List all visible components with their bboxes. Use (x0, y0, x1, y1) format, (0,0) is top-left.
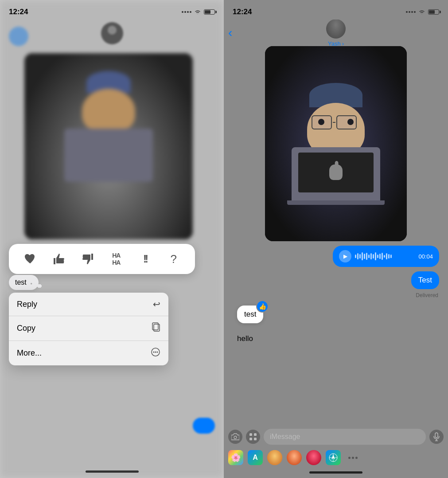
reaction-thumbsdown[interactable] (77, 248, 98, 270)
right-status-icons (406, 9, 439, 15)
right-home-indicator (309, 471, 362, 474)
haha-text: HAHA (112, 252, 120, 266)
input-placeholder: iMessage (270, 433, 300, 441)
memoji-background (265, 46, 407, 241)
left-status-icons (182, 9, 215, 15)
left-contact-avatar-blur (101, 22, 123, 44)
reply-icon: ↩ (153, 299, 160, 310)
svg-point-5 (157, 352, 158, 353)
app-strip: 🌸 A (224, 447, 448, 468)
audio-duration: 00:04 (418, 253, 433, 260)
camera-button[interactable] (228, 430, 242, 444)
test-bubble-text: test (15, 278, 27, 286)
context-menu: Reply ↩ Copy More... (9, 293, 168, 365)
more-dots (348, 457, 358, 459)
left-status-bar: 12:24 (0, 0, 224, 20)
left-glass (312, 115, 332, 129)
app-icon-more[interactable] (345, 450, 360, 465)
svg-point-6 (234, 436, 237, 439)
more-icon (151, 347, 160, 359)
reaction-question[interactable]: ? (163, 248, 184, 270)
right-time: 12:24 (233, 8, 252, 16)
reaction-thumbsup[interactable] (48, 248, 70, 270)
left-home-indicator (86, 470, 139, 473)
contact-avatar (326, 19, 346, 39)
left-main-image-inner (24, 53, 193, 239)
right-glass (336, 115, 357, 129)
context-menu-reply[interactable]: Reply ↩ (9, 293, 168, 316)
app-icon-memoji2[interactable] (287, 450, 302, 465)
memoji-glasses (312, 115, 360, 129)
audio-input-button[interactable] (429, 430, 444, 444)
contact-header[interactable]: Yash › (326, 19, 346, 47)
test-bubble-left: test ● (9, 275, 39, 290)
svg-rect-11 (435, 433, 438, 438)
test-bubble-with-reaction: test 👍 (237, 306, 263, 323)
hello-message: hello (237, 334, 253, 343)
test-bubble-right: Test (411, 271, 439, 289)
left-avatar-blur (9, 27, 28, 46)
right-battery-icon (428, 9, 439, 15)
apps-button[interactable] (246, 430, 260, 444)
svg-point-3 (153, 352, 155, 353)
more-label: More... (17, 349, 42, 358)
context-menu-copy[interactable]: Copy (9, 316, 168, 341)
audio-waveform (355, 252, 415, 261)
app-icon-photos[interactable]: 🌸 (228, 450, 243, 465)
laptop-screen (298, 153, 374, 192)
glass-bridge (333, 122, 335, 123)
right-nav-bar: ‹ Yash › (224, 20, 448, 46)
right-wifi-icon (418, 9, 425, 15)
svg-rect-10 (254, 438, 257, 440)
audio-bubble[interactable]: ▶ 00:04 (333, 246, 439, 267)
copy-label: Copy (17, 324, 35, 333)
right-signal-icon (406, 11, 416, 13)
svg-point-4 (155, 352, 156, 353)
reaction-exclaim[interactable]: !! (134, 248, 156, 270)
app-icon-safari[interactable] (326, 450, 341, 465)
reaction-bubble-text: test (244, 310, 256, 318)
avatar-inner (326, 19, 346, 39)
svg-rect-9 (249, 438, 252, 440)
apple-logo (329, 165, 343, 180)
reply-label: Reply (17, 300, 37, 309)
question-text: ? (170, 252, 176, 266)
app-icon-memoji1[interactable] (267, 450, 282, 465)
svg-rect-7 (249, 433, 252, 436)
chat-area: ▶ 00:04 (224, 46, 448, 426)
back-chevron: ‹ (228, 26, 232, 40)
input-bar: iMessage (224, 426, 448, 447)
app-icon-memoji3[interactable] (306, 450, 321, 465)
reaction-haha[interactable]: HAHA (105, 248, 127, 270)
context-menu-more[interactable]: More... (9, 341, 168, 365)
copy-icon (152, 322, 160, 334)
signal-icon (182, 11, 191, 13)
reaction-picker[interactable]: HAHA !! ? (9, 244, 195, 274)
laptop-base (287, 200, 385, 205)
memoji-laptop (292, 147, 380, 200)
exclaim-text: !! (143, 253, 147, 265)
wifi-icon (194, 9, 201, 15)
like-emoji: 👍 (259, 303, 266, 310)
test-text-right: Test (418, 276, 432, 284)
left-panel: 12:24 (0, 0, 224, 478)
play-button[interactable]: ▶ (339, 250, 351, 263)
svg-rect-8 (254, 433, 257, 436)
reaction-heart[interactable] (19, 248, 41, 270)
bubble-tail-dot: ● (30, 282, 32, 286)
right-panel: 12:24 ‹ Yash › (224, 0, 448, 478)
like-reaction-badge: 👍 (256, 300, 269, 313)
left-time: 12:24 (9, 8, 28, 16)
back-button[interactable]: ‹ (228, 26, 232, 40)
battery-icon (204, 9, 215, 15)
app-icon-appstore[interactable]: A (248, 450, 263, 465)
delivered-label: Delivered (416, 292, 438, 298)
left-blue-bubble-blur (193, 418, 215, 434)
memoji-image (265, 46, 407, 241)
right-status-bar: 12:24 (224, 0, 448, 20)
left-main-image (24, 53, 193, 239)
message-input[interactable]: iMessage (264, 429, 426, 445)
